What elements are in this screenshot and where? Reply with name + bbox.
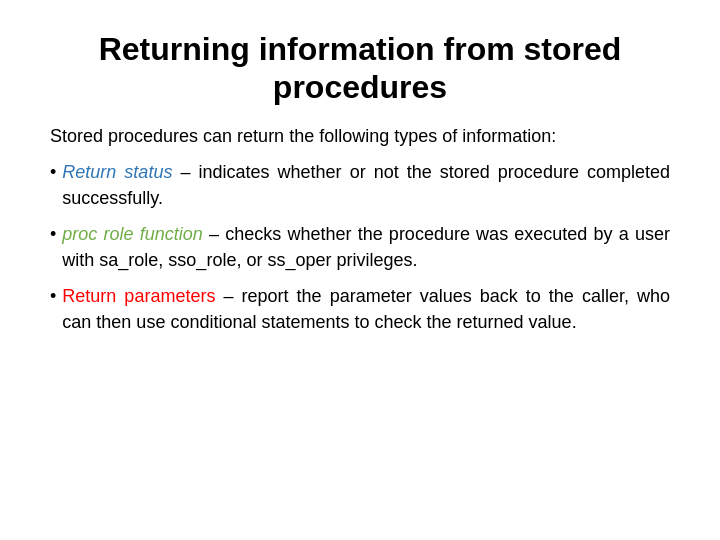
bullet-dot-3: • [50,283,56,309]
term-proc-role: proc role function [62,224,202,244]
intro-paragraph: Stored procedures can return the followi… [50,123,670,149]
term-return-params: Return parameters [62,286,215,306]
bullet-dot-1: • [50,159,56,185]
title-line2: procedures [273,69,447,105]
bullet-content-1: Return status – indicates whether or not… [62,159,670,211]
bullet-item-3: • Return parameters – report the paramet… [50,283,670,335]
bullet-content-2: proc role function – checks whether the … [62,221,670,273]
bullet-item-1: • Return status – indicates whether or n… [50,159,670,211]
term-return-status: Return status [62,162,172,182]
title-block: Returning information from stored proced… [50,30,670,107]
title-line1: Returning information from stored [99,31,622,67]
bullet-item-2: • proc role function – checks whether th… [50,221,670,273]
bullet-1-dash: – [180,162,198,182]
bullet-2-dash: – [209,224,225,244]
bullet-3-dash: – [223,286,241,306]
body-content: Stored procedures can return the followi… [50,123,670,346]
bullet-dot-2: • [50,221,56,247]
intro-text: Stored procedures can return the followi… [50,126,556,146]
slide-container: Returning information from stored proced… [0,0,720,540]
slide-title: Returning information from stored proced… [50,30,670,107]
bullet-content-3: Return parameters – report the parameter… [62,283,670,335]
